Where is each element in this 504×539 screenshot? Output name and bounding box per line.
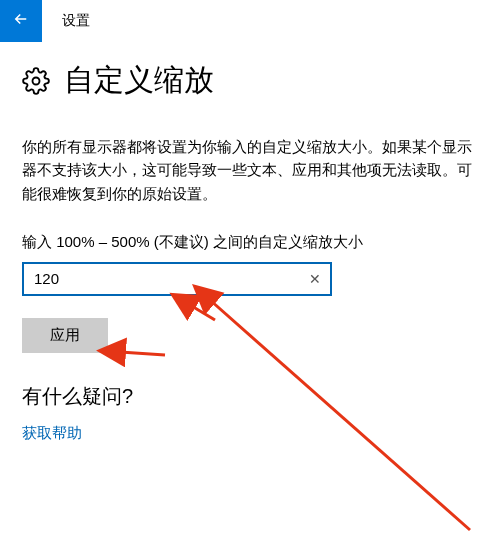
apply-button[interactable]: 应用 <box>22 318 108 353</box>
description-text: 你的所有显示器都将设置为你输入的自定义缩放大小。如果某个显示器不支持该大小，这可… <box>22 135 482 205</box>
scale-input-wrapper: ✕ <box>22 262 332 296</box>
page-heading-row: 自定义缩放 <box>22 60 482 101</box>
clear-input-button[interactable]: ✕ <box>298 262 332 296</box>
svg-point-0 <box>33 77 40 84</box>
gear-icon <box>22 67 50 95</box>
scale-field-label: 输入 100% – 500% (不建议) 之间的自定义缩放大小 <box>22 233 482 252</box>
window-title: 设置 <box>42 12 90 30</box>
content-area: 自定义缩放 你的所有显示器都将设置为你输入的自定义缩放大小。如果某个显示器不支持… <box>0 42 504 443</box>
back-button[interactable] <box>0 0 42 42</box>
titlebar: 设置 <box>0 0 504 42</box>
get-help-link[interactable]: 获取帮助 <box>22 424 82 441</box>
arrow-left-icon <box>12 10 30 32</box>
help-heading: 有什么疑问? <box>22 383 482 410</box>
scale-input[interactable] <box>22 262 332 296</box>
page-title: 自定义缩放 <box>64 60 214 101</box>
close-icon: ✕ <box>309 271 321 287</box>
